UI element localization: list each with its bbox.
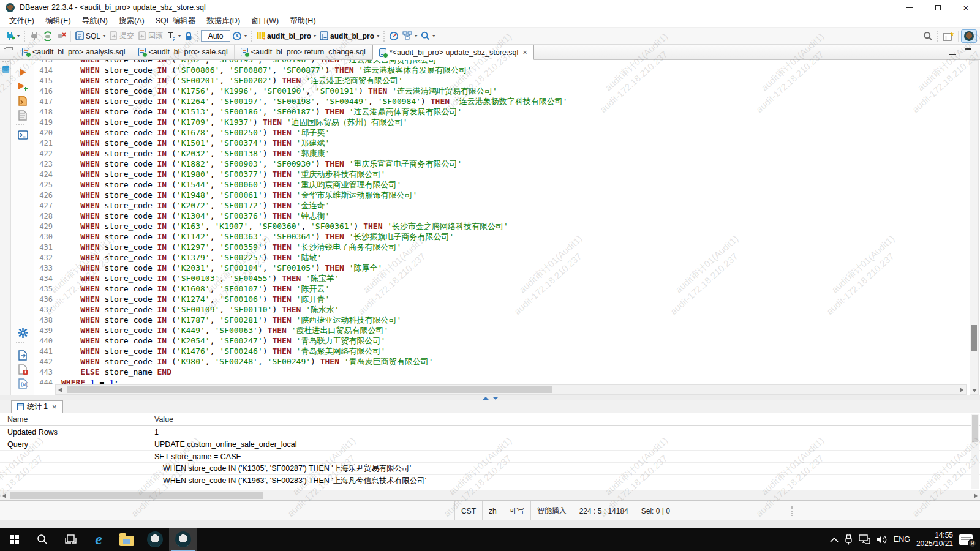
close-button[interactable]: ×	[952, 0, 980, 15]
result-row[interactable]: WHEN store_code IN ('K1305', 'SF00287') …	[0, 463, 980, 475]
lock-button[interactable]	[183, 30, 195, 42]
open-perspective-button[interactable]	[941, 30, 956, 42]
menu-item[interactable]: 文件(F)	[4, 16, 40, 26]
usb-icon[interactable]	[845, 534, 853, 545]
code-line[interactable]: 430 WHEN store_code IN ('K1142', 'SF0036…	[34, 231, 454, 242]
editor-tab[interactable]: *<audit_bi_pro> update_sbz_store.sql×	[372, 45, 534, 60]
export-results-button[interactable]	[17, 349, 29, 361]
dbeaver-taskbar-button[interactable]	[141, 528, 169, 551]
scrollbar-thumb[interactable]	[67, 386, 552, 393]
editor-tab[interactable]: <audit_bi_pro> sale.sql	[132, 45, 235, 59]
file-explorer-button[interactable]	[113, 528, 141, 551]
editor-results-splitter[interactable]	[0, 395, 980, 400]
scrollbar-thumb[interactable]	[10, 492, 263, 499]
column-header-value[interactable]: Value	[149, 415, 173, 424]
tray-chevron-icon[interactable]	[830, 537, 839, 542]
code-line[interactable]: 421 WHEN store_code IN ('K1501', 'SF0037…	[34, 138, 330, 148]
menu-item[interactable]: 数据库(D)	[201, 16, 246, 26]
transaction-log-button[interactable]: ▾	[165, 30, 183, 42]
dbeaver-taskbar-button-active[interactable]	[169, 528, 197, 551]
action-center-button[interactable]: 9	[959, 534, 973, 545]
sql-editor-button[interactable]: SQL ▾	[74, 30, 107, 42]
code-line[interactable]: 429 WHEN store_code IN ('K163', 'K1907',…	[34, 221, 508, 231]
code-line[interactable]: 426 WHEN store_code IN ('K1948', 'SF0006…	[34, 190, 417, 200]
minimize-editor-icon[interactable]	[949, 54, 956, 55]
code-line[interactable]: 417 WHEN store_code IN ('K1264', 'SF0019…	[34, 96, 568, 107]
code-line[interactable]: 425 WHEN store_code IN ('K1544', 'SF0006…	[34, 179, 401, 190]
disconnect-button[interactable]	[55, 30, 68, 42]
tab-close-icon[interactable]: ×	[522, 48, 527, 57]
search-metadata-button[interactable]: ▾	[419, 30, 437, 42]
transaction-history-button[interactable]: ▾	[230, 30, 249, 42]
commit-button[interactable]: 提交	[107, 29, 136, 42]
code-line[interactable]: 431 WHEN store_code IN ('K1297', 'SF0035…	[34, 242, 401, 252]
new-connection-button[interactable]: ▾	[3, 30, 21, 42]
results-horizontal-scrollbar[interactable]	[0, 490, 980, 500]
menu-item[interactable]: 导航(N)	[77, 16, 113, 26]
code-line[interactable]: 438 WHEN store_code IN ('K1787', 'SF0028…	[34, 315, 401, 325]
settings-button[interactable]	[17, 326, 29, 339]
sql-editor[interactable]: 413 WHEN store_code IN ('K162', 'SF00195…	[34, 60, 968, 384]
er-diagram-button[interactable]: ▾	[401, 30, 419, 42]
execute-script-button[interactable]	[17, 94, 29, 107]
database-selector[interactable]: audit_bi_pro ▾	[318, 30, 381, 42]
menu-item[interactable]: 搜索(A)	[113, 16, 150, 26]
code-line[interactable]: 413 WHEN store_code IN ('K162', 'SF00195…	[34, 60, 442, 65]
menu-item[interactable]: 帮助(H)	[284, 16, 321, 26]
code-line[interactable]: 418 WHEN store_code IN ('K1513', 'SF0018…	[34, 107, 462, 117]
column-header-name[interactable]: Name	[0, 415, 149, 424]
scroll-right-arrow[interactable]	[960, 388, 963, 392]
explain-plan-button[interactable]	[17, 109, 29, 121]
execute-new-tab-button[interactable]	[17, 80, 29, 92]
code-line[interactable]: 444WHERE 1 = 1;	[34, 377, 119, 384]
scroll-left-arrow[interactable]	[58, 388, 62, 392]
statistics-tab[interactable]: 统计 1 ×	[11, 400, 63, 413]
code-line[interactable]: 422 WHEN store_code IN ('K2032', 'SF0013…	[34, 148, 330, 159]
menu-item[interactable]: 窗口(W)	[246, 16, 284, 26]
editor-horizontal-scrollbar[interactable]	[55, 384, 967, 395]
code-line[interactable]: 433 WHEN store_code IN ('K2031', 'SF0010…	[34, 263, 382, 273]
maximize-button[interactable]	[924, 0, 952, 15]
result-row[interactable]: Updated Rows1	[0, 426, 980, 438]
restore-panes-icon[interactable]	[4, 48, 10, 54]
result-row[interactable]: WHEN store_code IN ('K1963', 'SF00283') …	[0, 475, 980, 487]
editor-vertical-scrollbar[interactable]	[970, 60, 979, 395]
start-button[interactable]	[0, 528, 28, 551]
menu-item[interactable]: SQL 编辑器	[150, 16, 202, 26]
connect-button[interactable]	[28, 30, 41, 42]
result-row[interactable]: QueryUPDATE custom_online_sale_order_loc…	[0, 438, 980, 451]
database-navigator-icon[interactable]	[1, 65, 10, 75]
code-line[interactable]: 442 WHEN store_code IN ('K980', 'SF00248…	[34, 356, 434, 367]
dashboard-button[interactable]	[387, 30, 401, 42]
taskbar-search-button[interactable]	[28, 528, 56, 551]
code-line[interactable]: 424 WHEN store_code IN ('K1980', 'SF0037…	[34, 169, 385, 179]
scrollbar-thumb[interactable]	[971, 325, 977, 351]
code-line[interactable]: 420 WHEN store_code IN ('K1678', 'SF0025…	[34, 127, 330, 138]
open-terminal-button[interactable]	[17, 129, 29, 141]
editor-tab[interactable]: <audit_bi_pro> analysis.sql	[16, 45, 132, 59]
code-line[interactable]: 415 WHEN store_code IN ('SF00201', 'SF00…	[34, 75, 403, 86]
clock[interactable]: 14:55 2025/10/21	[916, 531, 953, 548]
code-line[interactable]: 440 WHEN store_code IN ('K2054', 'SF0024…	[34, 335, 385, 346]
menu-item[interactable]: 编辑(E)	[40, 16, 77, 26]
file-warning-button[interactable]	[17, 363, 29, 375]
code-line[interactable]: 434 WHEN store_code IN ('SF00103', 'SF00…	[34, 273, 339, 283]
task-view-button[interactable]	[56, 528, 85, 551]
code-line[interactable]: 437 WHEN store_code IN ('SF00109', 'SF00…	[34, 304, 339, 315]
scroll-down-arrow[interactable]	[972, 389, 977, 392]
code-line[interactable]: 419 WHEN store_code IN ('K1709', 'K1937'…	[34, 117, 408, 127]
tab-close-icon[interactable]: ×	[52, 402, 57, 411]
maximize-editor-icon[interactable]	[965, 48, 971, 54]
dbeaver-perspective-button[interactable]	[961, 29, 977, 43]
code-line[interactable]: 427 WHEN store_code IN ('K2072', 'SF0017…	[34, 200, 330, 211]
scrollbar-thumb[interactable]	[972, 415, 978, 442]
result-row[interactable]: SET store_name = CASE	[0, 451, 980, 463]
code-line[interactable]: 436 WHEN store_code IN ('K1274', 'SF0010…	[34, 294, 330, 304]
code-line[interactable]: 441 WHEN store_code IN ('K1476', 'SF0024…	[34, 346, 385, 356]
code-line[interactable]: 414 WHEN store_code IN ('SF00806', 'SF00…	[34, 65, 472, 75]
internet-explorer-button[interactable]: e	[85, 528, 113, 551]
code-line[interactable]: 416 WHEN store_code IN ('K1756', 'K1996'…	[34, 86, 497, 96]
editor-tab[interactable]: <audit_bi_pro> return_change.sql	[235, 45, 372, 59]
code-line[interactable]: 428 WHEN store_code IN ('K1304', 'SF0037…	[34, 211, 330, 221]
file-info-button[interactable]: (ω)	[17, 377, 29, 389]
